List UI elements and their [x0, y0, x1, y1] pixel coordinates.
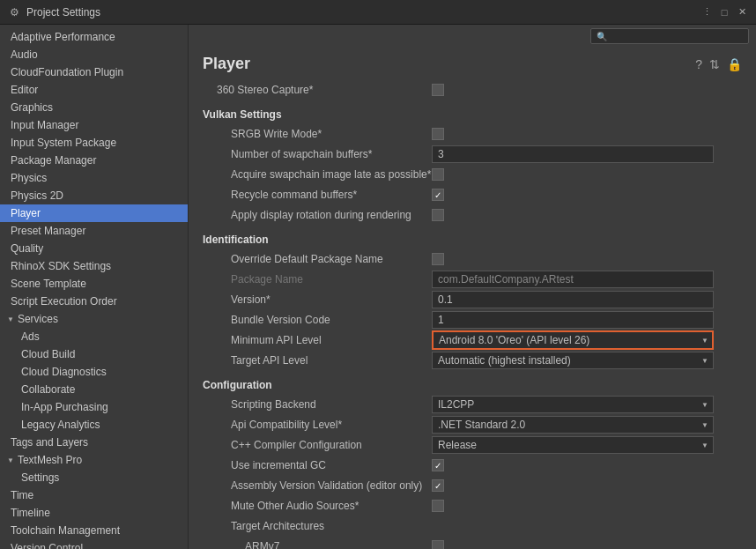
search-bar: 🔍: [189, 25, 756, 48]
row-target-arch-label: Target Architectures: [203, 516, 742, 536]
sidebar-item-version-control[interactable]: Version Control: [0, 539, 188, 549]
row-mute-audio: Mute Other Audio Sources*: [203, 496, 742, 516]
dropdown-scripting-backend[interactable]: IL2CPP: [432, 396, 714, 413]
expand-triangle-2: ▼: [7, 456, 14, 464]
row-assembly-validation: Assembly Version Validation (editor only…: [203, 476, 742, 495]
sidebar-item-toolchain[interactable]: Toolchain Management: [0, 522, 188, 539]
sidebar-item-rhinox[interactable]: RhinoX SDK Settings: [0, 257, 188, 275]
sidebar: Adaptive Performance Audio CloudFoundati…: [0, 25, 189, 549]
sidebar-item-quality[interactable]: Quality: [0, 240, 188, 257]
sidebar-item-ads[interactable]: Ads: [0, 328, 188, 345]
row-package-name: Package Name: [203, 270, 742, 289]
help-icon[interactable]: ?: [695, 57, 702, 71]
checkbox-recycle-buffers[interactable]: [432, 189, 444, 201]
sidebar-item-tags-and-layers[interactable]: Tags and Layers: [0, 434, 188, 451]
sidebar-item-script-execution[interactable]: Script Execution Order: [0, 293, 188, 310]
sidebar-item-package-manager[interactable]: Package Manager: [0, 152, 188, 169]
checkbox-acquire-swapchain[interactable]: [432, 168, 444, 181]
label-srgb: SRGB Write Mode*: [203, 128, 432, 140]
sidebar-item-editor[interactable]: Editor: [0, 81, 188, 99]
label-min-api: Minimum API Level: [203, 334, 432, 346]
maximize-icon[interactable]: □: [717, 5, 731, 19]
row-360-stereo: 360 Stereo Capture*: [203, 80, 742, 100]
dropdown-api-compat-wrap[interactable]: .NET Standard 2.0: [432, 416, 714, 434]
sidebar-item-scene-template[interactable]: Scene Template: [0, 275, 188, 293]
search-wrap[interactable]: 🔍: [590, 28, 749, 44]
sidebar-item-time[interactable]: Time: [0, 486, 188, 504]
label-scripting-backend: Scripting Backend: [203, 398, 432, 411]
dropdown-target-api[interactable]: Automatic (highest installed): [432, 352, 714, 369]
row-acquire-swapchain: Acquire swapchain image late as possible…: [203, 165, 742, 184]
sidebar-item-graphics[interactable]: Graphics: [0, 99, 188, 116]
sidebar-item-preset-manager[interactable]: Preset Manager: [0, 222, 188, 240]
dropdown-min-api[interactable]: Android 8.0 'Oreo' (API level 26): [432, 330, 714, 350]
row-display-rotation: Apply display rotation during rendering: [203, 205, 742, 225]
sidebar-item-input-manager[interactable]: Input Manager: [0, 116, 188, 134]
sidebar-item-physics[interactable]: Physics: [0, 169, 188, 187]
sidebar-item-physics-2d[interactable]: Physics 2D: [0, 187, 188, 204]
label-version: Version*: [203, 293, 432, 306]
label-acquire-swapchain: Acquire swapchain image late as possible…: [203, 168, 432, 181]
checkbox-assembly-validation[interactable]: [432, 479, 444, 492]
section-vulkan: Vulkan Settings: [203, 108, 742, 121]
dropdown-cpp-compiler[interactable]: Release: [432, 436, 714, 454]
row-cpp-compiler: C++ Compiler Configuration Release: [203, 435, 742, 455]
checkbox-armv7[interactable]: [432, 540, 444, 549]
section-configuration: Configuration: [203, 379, 742, 391]
checkbox-360-stereo[interactable]: [432, 84, 444, 96]
checkbox-mute-audio[interactable]: [432, 500, 444, 512]
input-swapchain-buffers[interactable]: [432, 145, 714, 163]
input-package-name: [432, 271, 714, 288]
checkbox-display-rotation[interactable]: [432, 209, 444, 221]
search-input[interactable]: [611, 31, 743, 41]
dropdown-target-api-wrap[interactable]: Automatic (highest installed): [432, 352, 714, 369]
label-display-rotation: Apply display rotation during rendering: [203, 209, 432, 221]
sidebar-item-in-app-purchasing[interactable]: In-App Purchasing: [0, 398, 188, 416]
expand-triangle: ▼: [7, 315, 14, 323]
sidebar-item-legacy-analytics[interactable]: Legacy Analytics: [0, 416, 188, 434]
label-target-arch: Target Architectures: [203, 520, 432, 532]
row-version: Version*: [203, 290, 742, 309]
sidebar-group-services[interactable]: ▼ Services: [0, 310, 188, 328]
sidebar-item-adaptive-performance[interactable]: Adaptive Performance: [0, 28, 188, 46]
label-recycle-buffers: Recycle command buffers*: [203, 189, 432, 201]
label-mute-audio: Mute Other Audio Sources*: [203, 500, 432, 512]
dropdown-min-api-wrap[interactable]: Android 8.0 'Oreo' (API level 26): [432, 330, 714, 350]
sidebar-item-timeline[interactable]: Timeline: [0, 504, 188, 522]
label-360-stereo: 360 Stereo Capture*: [203, 84, 432, 96]
label-package-name: Package Name: [203, 273, 432, 286]
sidebar-group-textmesh[interactable]: ▼ TextMesh Pro: [0, 451, 188, 469]
row-incremental-gc: Use incremental GC: [203, 456, 742, 475]
input-bundle-version[interactable]: [432, 311, 714, 329]
sidebar-group-services-label: Services: [18, 313, 58, 325]
menu-icon[interactable]: ⋮: [700, 5, 714, 19]
dropdown-scripting-backend-wrap[interactable]: IL2CPP: [432, 396, 714, 413]
content-area: 🔍 Player ? ⇅ 🔒 360 Stereo Capture*: [189, 25, 756, 549]
lock-icon[interactable]: 🔒: [727, 57, 742, 71]
window-controls[interactable]: ⋮ □ ✕: [700, 5, 749, 19]
dropdown-cpp-compiler-wrap[interactable]: Release: [432, 436, 714, 454]
close-icon[interactable]: ✕: [735, 5, 749, 19]
label-incremental-gc: Use incremental GC: [203, 459, 432, 471]
sidebar-item-cloud-diagnostics[interactable]: Cloud Diagnostics: [0, 363, 188, 381]
checkbox-override-package[interactable]: [432, 253, 444, 265]
sidebar-item-player[interactable]: Player: [0, 204, 188, 222]
window-icon: ⚙: [7, 5, 21, 19]
sidebar-item-collaborate[interactable]: Collaborate: [0, 381, 188, 398]
sidebar-item-input-system[interactable]: Input System Package: [0, 134, 188, 152]
label-swapchain-buffers: Number of swapchain buffers*: [203, 148, 432, 160]
sidebar-item-settings[interactable]: Settings: [0, 469, 188, 486]
sidebar-item-cloud-foundation[interactable]: CloudFoundation Plugin: [0, 63, 188, 81]
checkbox-srgb[interactable]: [432, 128, 444, 140]
value-360-stereo[interactable]: [432, 84, 742, 96]
label-bundle-version: Bundle Version Code: [203, 314, 432, 326]
label-assembly-validation: Assembly Version Validation (editor only…: [203, 479, 432, 492]
content-header: Player ? ⇅ 🔒: [189, 48, 756, 77]
sidebar-group-textmesh-label: TextMesh Pro: [18, 454, 82, 466]
checkbox-incremental-gc[interactable]: [432, 459, 444, 471]
sidebar-item-cloud-build[interactable]: Cloud Build: [0, 345, 188, 363]
sidebar-item-audio[interactable]: Audio: [0, 46, 188, 63]
dropdown-api-compat[interactable]: .NET Standard 2.0: [432, 416, 714, 434]
settings-icon[interactable]: ⇅: [709, 57, 720, 71]
input-version[interactable]: [432, 291, 714, 308]
